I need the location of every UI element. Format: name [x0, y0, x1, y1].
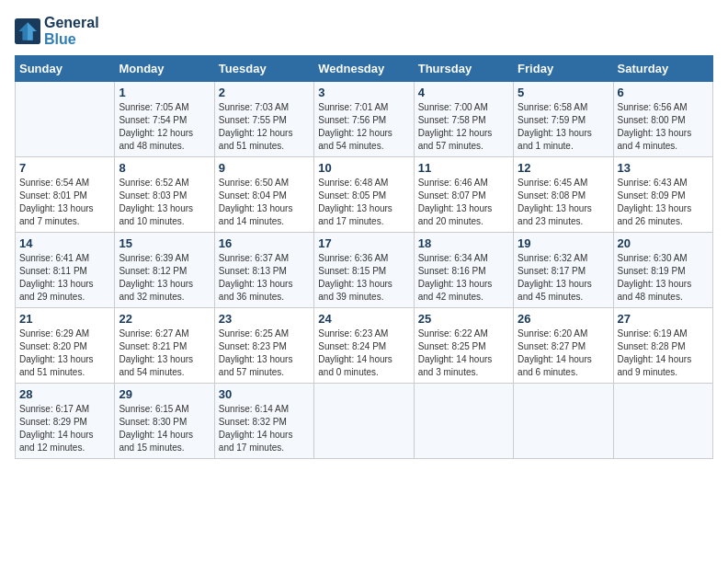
day-number: 7 — [19, 161, 110, 175]
calendar-cell: 28 Sunrise: 6:17 AMSunset: 8:29 PMDaylig… — [16, 384, 115, 459]
calendar-cell — [16, 82, 115, 157]
calendar-cell: 1 Sunrise: 7:05 AMSunset: 7:54 PMDayligh… — [115, 82, 214, 157]
day-number: 24 — [318, 312, 409, 326]
day-number: 16 — [219, 236, 310, 250]
cell-info: Sunrise: 6:22 AMSunset: 8:25 PMDaylight:… — [418, 327, 509, 379]
day-number: 10 — [318, 161, 409, 175]
day-number: 22 — [119, 312, 210, 326]
calendar-cell: 4 Sunrise: 7:00 AMSunset: 7:58 PMDayligh… — [414, 82, 513, 157]
cell-info: Sunrise: 6:48 AMSunset: 8:05 PMDaylight:… — [318, 177, 409, 228]
day-number: 11 — [418, 161, 509, 175]
weekday-header: Wednesday — [314, 56, 414, 82]
day-number: 18 — [418, 236, 509, 250]
day-number: 13 — [618, 161, 709, 175]
day-number: 20 — [618, 236, 709, 250]
cell-info: Sunrise: 6:43 AMSunset: 8:09 PMDaylight:… — [618, 177, 709, 228]
cell-info: Sunrise: 6:23 AMSunset: 8:24 PMDaylight:… — [318, 327, 409, 379]
day-number: 17 — [318, 236, 409, 250]
calendar-week-row: 14 Sunrise: 6:41 AMSunset: 8:11 PMDaylig… — [16, 233, 713, 308]
calendar-cell: 23 Sunrise: 6:25 AMSunset: 8:23 PMDaylig… — [214, 308, 313, 384]
cell-info: Sunrise: 6:34 AMSunset: 8:16 PMDaylight:… — [418, 252, 509, 304]
weekday-header: Tuesday — [214, 56, 313, 82]
calendar-cell: 8 Sunrise: 6:52 AMSunset: 8:03 PMDayligh… — [115, 157, 214, 233]
calendar-cell: 6 Sunrise: 6:56 AMSunset: 8:00 PMDayligh… — [613, 82, 712, 157]
day-number: 2 — [219, 86, 310, 99]
cell-info: Sunrise: 6:29 AMSunset: 8:20 PMDaylight:… — [19, 327, 110, 379]
calendar-cell: 16 Sunrise: 6:37 AMSunset: 8:13 PMDaylig… — [214, 233, 313, 308]
calendar-cell: 5 Sunrise: 6:58 AMSunset: 7:59 PMDayligh… — [514, 82, 613, 157]
calendar-week-row: 1 Sunrise: 7:05 AMSunset: 7:54 PMDayligh… — [16, 82, 713, 157]
logo-text: General Blue — [44, 15, 99, 48]
calendar-week-row: 7 Sunrise: 6:54 AMSunset: 8:01 PMDayligh… — [16, 157, 713, 233]
cell-info: Sunrise: 6:20 AMSunset: 8:27 PMDaylight:… — [518, 327, 609, 379]
cell-info: Sunrise: 6:32 AMSunset: 8:17 PMDaylight:… — [518, 252, 609, 304]
day-number: 21 — [19, 312, 110, 326]
cell-info: Sunrise: 6:52 AMSunset: 8:03 PMDaylight:… — [119, 177, 210, 228]
weekday-row: SundayMondayTuesdayWednesdayThursdayFrid… — [16, 56, 713, 82]
cell-info: Sunrise: 6:27 AMSunset: 8:21 PMDaylight:… — [119, 327, 210, 379]
cell-info: Sunrise: 6:15 AMSunset: 8:30 PMDaylight:… — [119, 403, 210, 454]
calendar-week-row: 28 Sunrise: 6:17 AMSunset: 8:29 PMDaylig… — [16, 384, 713, 459]
cell-info: Sunrise: 6:58 AMSunset: 7:59 PMDaylight:… — [518, 101, 609, 153]
calendar-cell: 7 Sunrise: 6:54 AMSunset: 8:01 PMDayligh… — [16, 157, 115, 233]
cell-info: Sunrise: 6:37 AMSunset: 8:13 PMDaylight:… — [219, 252, 310, 304]
weekday-header: Friday — [514, 56, 613, 82]
cell-info: Sunrise: 6:14 AMSunset: 8:32 PMDaylight:… — [219, 403, 310, 454]
day-number: 29 — [119, 387, 210, 401]
calendar-cell — [414, 384, 513, 459]
cell-info: Sunrise: 7:01 AMSunset: 7:56 PMDaylight:… — [318, 101, 409, 153]
day-number: 25 — [418, 312, 509, 326]
calendar-cell: 17 Sunrise: 6:36 AMSunset: 8:15 PMDaylig… — [314, 233, 414, 308]
day-number: 14 — [19, 236, 110, 250]
cell-info: Sunrise: 6:45 AMSunset: 8:08 PMDaylight:… — [518, 177, 609, 228]
day-number: 26 — [518, 312, 609, 326]
calendar-cell: 22 Sunrise: 6:27 AMSunset: 8:21 PMDaylig… — [115, 308, 214, 384]
weekday-header: Monday — [115, 56, 214, 82]
day-number: 4 — [418, 86, 509, 99]
calendar-cell: 19 Sunrise: 6:32 AMSunset: 8:17 PMDaylig… — [514, 233, 613, 308]
cell-info: Sunrise: 6:56 AMSunset: 8:00 PMDaylight:… — [618, 101, 709, 153]
calendar-cell: 21 Sunrise: 6:29 AMSunset: 8:20 PMDaylig… — [16, 308, 115, 384]
calendar-cell: 30 Sunrise: 6:14 AMSunset: 8:32 PMDaylig… — [214, 384, 313, 459]
day-number: 19 — [518, 236, 609, 250]
day-number: 3 — [318, 86, 409, 99]
day-number: 15 — [119, 236, 210, 250]
cell-info: Sunrise: 6:25 AMSunset: 8:23 PMDaylight:… — [219, 327, 310, 379]
day-number: 12 — [518, 161, 609, 175]
cell-info: Sunrise: 6:50 AMSunset: 8:04 PMDaylight:… — [219, 177, 310, 228]
cell-info: Sunrise: 6:19 AMSunset: 8:28 PMDaylight:… — [618, 327, 709, 379]
cell-info: Sunrise: 7:05 AMSunset: 7:54 PMDaylight:… — [119, 101, 210, 153]
calendar-cell: 14 Sunrise: 6:41 AMSunset: 8:11 PMDaylig… — [16, 233, 115, 308]
logo-icon — [15, 18, 40, 44]
cell-info: Sunrise: 7:00 AMSunset: 7:58 PMDaylight:… — [418, 101, 509, 153]
weekday-header: Sunday — [16, 56, 115, 82]
calendar-cell — [613, 384, 712, 459]
cell-info: Sunrise: 6:30 AMSunset: 8:19 PMDaylight:… — [618, 252, 709, 304]
cell-info: Sunrise: 6:41 AMSunset: 8:11 PMDaylight:… — [19, 252, 110, 304]
day-number: 8 — [119, 161, 210, 175]
cell-info: Sunrise: 6:17 AMSunset: 8:29 PMDaylight:… — [19, 403, 110, 454]
calendar-cell: 15 Sunrise: 6:39 AMSunset: 8:12 PMDaylig… — [115, 233, 214, 308]
calendar-cell: 20 Sunrise: 6:30 AMSunset: 8:19 PMDaylig… — [613, 233, 712, 308]
cell-info: Sunrise: 6:54 AMSunset: 8:01 PMDaylight:… — [19, 177, 110, 228]
calendar-cell: 3 Sunrise: 7:01 AMSunset: 7:56 PMDayligh… — [314, 82, 414, 157]
page-header: General Blue — [15, 15, 713, 48]
day-number: 9 — [219, 161, 310, 175]
calendar-table: SundayMondayTuesdayWednesdayThursdayFrid… — [15, 55, 713, 459]
cell-info: Sunrise: 6:36 AMSunset: 8:15 PMDaylight:… — [318, 252, 409, 304]
calendar-cell: 29 Sunrise: 6:15 AMSunset: 8:30 PMDaylig… — [115, 384, 214, 459]
day-number: 1 — [119, 86, 210, 99]
day-number: 27 — [618, 312, 709, 326]
calendar-body: 1 Sunrise: 7:05 AMSunset: 7:54 PMDayligh… — [16, 82, 713, 459]
day-number: 28 — [19, 387, 110, 401]
calendar-cell: 11 Sunrise: 6:46 AMSunset: 8:07 PMDaylig… — [414, 157, 513, 233]
calendar-cell: 12 Sunrise: 6:45 AMSunset: 8:08 PMDaylig… — [514, 157, 613, 233]
calendar-cell: 24 Sunrise: 6:23 AMSunset: 8:24 PMDaylig… — [314, 308, 414, 384]
weekday-header: Saturday — [613, 56, 712, 82]
day-number: 23 — [219, 312, 310, 326]
weekday-header: Thursday — [414, 56, 513, 82]
calendar-week-row: 21 Sunrise: 6:29 AMSunset: 8:20 PMDaylig… — [16, 308, 713, 384]
logo: General Blue — [15, 15, 99, 48]
calendar-cell: 10 Sunrise: 6:48 AMSunset: 8:05 PMDaylig… — [314, 157, 414, 233]
day-number: 30 — [219, 387, 310, 401]
